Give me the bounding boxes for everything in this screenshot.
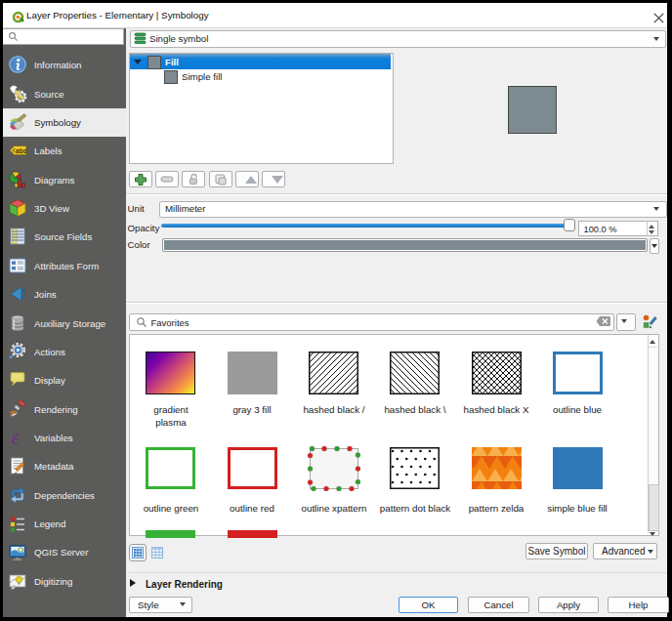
svg-text:ε: ε [12, 428, 21, 447]
svg-text:abc: abc [16, 147, 27, 154]
